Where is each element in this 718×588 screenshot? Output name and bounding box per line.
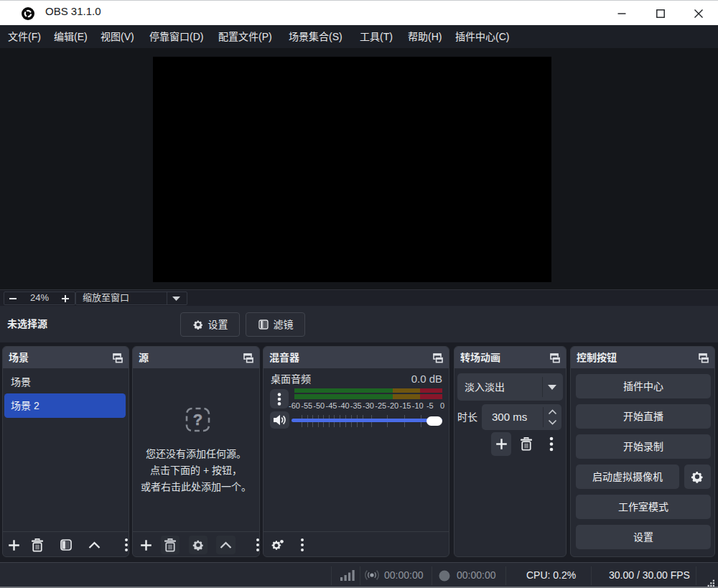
svg-text:?: ? bbox=[193, 411, 202, 429]
